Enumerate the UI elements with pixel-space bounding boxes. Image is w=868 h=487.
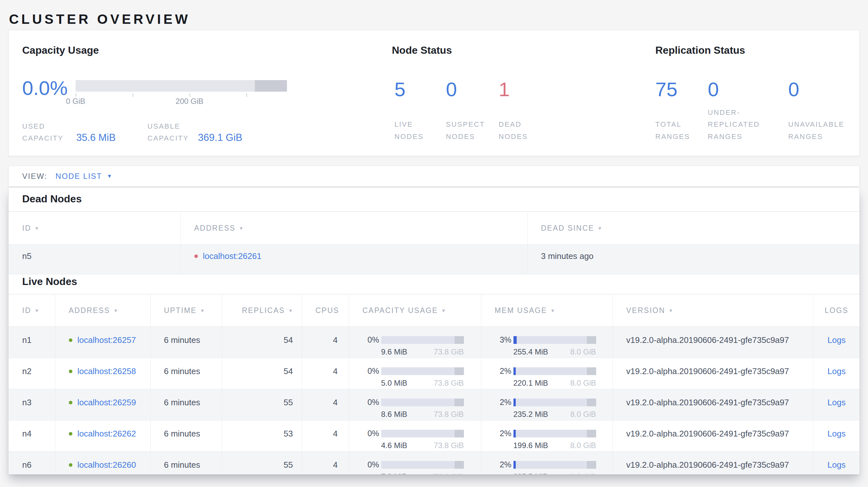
chevron-down-icon: ▼ — [107, 173, 112, 179]
live-col-address[interactable]: ADDRESS▼ — [55, 294, 150, 327]
node-live-icon — [69, 338, 72, 342]
node-live-icon — [69, 463, 72, 467]
live-node-row: n2 localhost:26258 6 minutes 54 4 0% 5.0… — [9, 358, 860, 389]
unavailable-ranges-stat: 0 UNAVAILABLE RANGES — [788, 79, 868, 142]
live-node-version: v19.2.0-alpha.20190606-2491-gfe735c9a97 — [613, 389, 813, 420]
total-ranges-count: 75 — [655, 79, 708, 99]
gauge-tick — [75, 93, 76, 97]
live-col-capacity-usage[interactable]: CAPACITY USAGE▼ — [349, 294, 481, 327]
total-ranges-stat: 75 TOTAL RANGES — [655, 79, 708, 142]
dead-col-id[interactable]: ID▼ — [9, 212, 181, 245]
capacity-usage-gauge — [75, 80, 287, 92]
logs-link[interactable]: Logs — [828, 429, 845, 439]
live-col-uptime[interactable]: UPTIME▼ — [150, 294, 222, 327]
live-node-replicas: 55 — [222, 452, 302, 475]
view-label: VIEW: — [22, 172, 47, 181]
mem-usage-bar — [514, 461, 596, 469]
live-col-replicas[interactable]: REPLICAS▼ — [222, 294, 302, 327]
sort-desc-icon: ▼ — [597, 226, 602, 231]
live-node-address-link[interactable]: localhost:26258 — [78, 366, 136, 376]
view-selector-dropdown[interactable]: NODE LIST ▼ — [56, 172, 112, 181]
sort-desc-icon: ▼ — [669, 308, 673, 313]
live-node-mem-usage: 2% 199.6 MiB8.0 GiB — [481, 420, 613, 452]
live-node-version: v19.2.0-alpha.20190606-2491-gfe735c9a97 — [613, 327, 813, 358]
live-node-version: v19.2.0-alpha.20190606-2491-gfe735c9a97 — [613, 358, 813, 389]
live-node-replicas: 54 — [222, 327, 302, 358]
gauge-tick — [132, 93, 133, 97]
logs-link[interactable]: Logs — [828, 335, 845, 345]
logs-link[interactable]: Logs — [828, 397, 845, 407]
live-node-cpus: 4 — [302, 420, 349, 452]
gauge-tick-label-0: 0 GiB — [66, 97, 85, 106]
replication-status-title: Replication Status — [655, 44, 868, 56]
cluster-summary-card: Capacity Usage 0.0% 0 GiB 200 GiB USED C… — [8, 30, 860, 156]
live-node-id: n6 — [9, 452, 55, 475]
sort-desc-icon: ▼ — [288, 308, 293, 313]
node-live-icon — [69, 432, 72, 435]
dead-col-address[interactable]: ADDRESS▼ — [181, 212, 527, 245]
capacity-usage-bar — [381, 430, 464, 437]
sort-desc-icon: ▼ — [200, 308, 205, 313]
live-node-capacity-usage: 0% 8.6 MiB73.8 GiB — [349, 389, 481, 420]
live-node-address-link[interactable]: localhost:26257 — [78, 335, 136, 345]
logs-link[interactable]: Logs — [828, 366, 845, 376]
sort-desc-icon: ▼ — [34, 308, 39, 313]
dead-node-address-link[interactable]: localhost:26261 — [203, 251, 261, 261]
capacity-usage-bar — [381, 367, 464, 375]
used-capacity-value: 35.6 MiB — [76, 132, 116, 144]
live-col-mem-usage[interactable]: MEM USAGE▼ — [481, 294, 613, 327]
live-node-uptime: 6 minutes — [150, 389, 222, 420]
node-live-icon — [69, 401, 72, 404]
dead-nodes-table: ID▼ ADDRESS▼ DEAD SINCE▼ n5 localhost:26… — [9, 211, 860, 274]
replication-stats: 75 TOTAL RANGES 0 UNDER- REPLICATED RANG… — [655, 79, 868, 142]
live-node-row: n1 localhost:26257 6 minutes 54 4 0% 9.6… — [9, 327, 860, 358]
live-node-uptime: 6 minutes — [150, 327, 222, 358]
live-node-uptime: 6 minutes — [150, 358, 222, 389]
live-node-id: n3 — [9, 389, 55, 420]
sort-desc-icon: ▼ — [113, 308, 118, 313]
live-node-replicas: 54 — [222, 358, 302, 389]
mem-usage-bar — [514, 336, 596, 344]
live-node-mem-usage: 3% 255.4 MiB8.0 GiB — [481, 327, 613, 358]
logs-link[interactable]: Logs — [828, 460, 845, 469]
live-col-logs: LOGS — [813, 294, 860, 327]
gauge-tick — [189, 93, 190, 97]
capacity-usage-section: Capacity Usage 0.0% 0 GiB 200 GiB USED C… — [22, 44, 312, 56]
dead-node-id: n5 — [9, 245, 181, 274]
live-node-version: v19.2.0-alpha.20190606-2491-gfe735c9a97 — [613, 452, 813, 475]
dead-node-dead-since: 3 minutes ago — [527, 245, 860, 274]
live-nodes-stat: 5 LIVE NODES — [395, 79, 446, 142]
live-node-cpus: 4 — [302, 327, 349, 358]
live-node-mem-usage: 2% 235.2 MiB8.0 GiB — [481, 389, 613, 420]
live-node-row: n6 localhost:26260 6 minutes 55 4 0% 7.8… — [9, 452, 860, 475]
live-col-version[interactable]: VERSION▼ — [613, 294, 813, 327]
dead-nodes-title: Dead Nodes — [22, 193, 82, 205]
live-node-version: v19.2.0-alpha.20190606-2491-gfe735c9a97 — [613, 420, 813, 452]
node-list-card: Dead Nodes ID▼ ADDRESS▼ DEAD SINCE▼ n5 l… — [8, 188, 860, 475]
view-bar: VIEW: NODE LIST ▼ — [8, 166, 860, 187]
dead-col-dead-since[interactable]: DEAD SINCE▼ — [527, 212, 860, 245]
capacity-usage-bar — [381, 461, 464, 469]
live-node-mem-usage: 2% 220.1 MiB8.0 GiB — [481, 358, 613, 389]
live-node-row: n4 localhost:26262 6 minutes 53 4 0% 4.6… — [9, 420, 860, 452]
live-node-capacity-usage: 0% 5.0 MiB73.8 GiB — [349, 358, 481, 389]
dead-node-row: n5 localhost:26261 3 minutes ago — [9, 245, 860, 274]
live-node-address-link[interactable]: localhost:26262 — [78, 429, 136, 439]
dead-nodes-stat: 1 DEAD NODES — [499, 79, 553, 142]
sort-desc-icon: ▼ — [34, 226, 39, 231]
live-node-address-link[interactable]: localhost:26260 — [78, 460, 136, 470]
live-node-address-link[interactable]: localhost:26259 — [78, 397, 136, 408]
live-node-cpus: 4 — [302, 389, 349, 420]
replication-status-section: Replication Status 75 TOTAL RANGES 0 UND… — [655, 44, 868, 142]
live-node-capacity-usage: 0% 9.6 MiB73.8 GiB — [349, 327, 481, 358]
capacity-usage-bar — [381, 336, 464, 344]
gauge-tick — [246, 93, 247, 97]
usable-capacity-stat: USABLE CAPACITY 369.1 GiB — [147, 120, 242, 144]
under-replicated-ranges-stat: 0 UNDER- REPLICATED RANGES — [708, 79, 788, 142]
live-col-cpus: CPUS — [302, 294, 349, 327]
live-node-capacity-usage: 0% 7.8 MiB73.8 GiB — [349, 452, 481, 475]
live-node-cpus: 4 — [302, 452, 349, 475]
live-col-id[interactable]: ID▼ — [9, 294, 55, 327]
suspect-nodes-stat: 0 SUSPECT NODES — [446, 79, 499, 142]
usable-capacity-label: USABLE CAPACITY — [147, 120, 198, 144]
